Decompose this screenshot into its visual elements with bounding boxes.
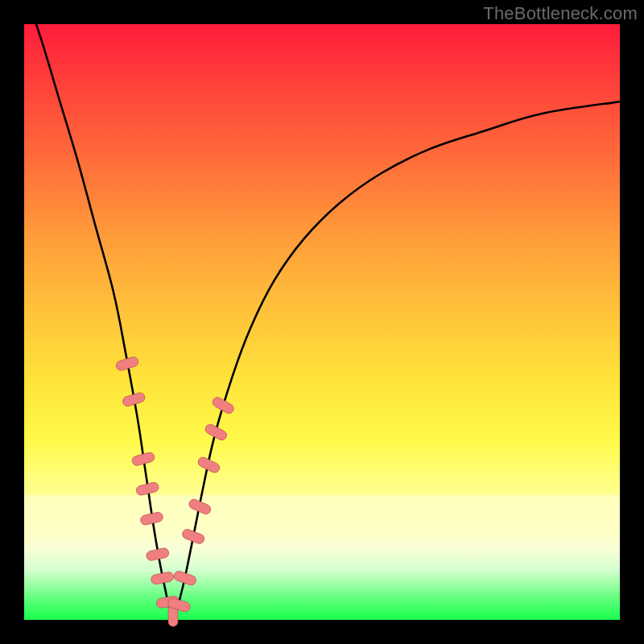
bottleneck-curve (24, 0, 620, 617)
curve-marker (204, 423, 228, 442)
curve-marker (151, 572, 175, 585)
curve-markers (115, 356, 236, 626)
curve-marker (139, 511, 163, 526)
curve-marker (211, 395, 235, 415)
plot-area (24, 24, 620, 620)
outer-frame: TheBottleneck.com (0, 0, 644, 644)
curve-marker (135, 481, 159, 496)
curve-marker (181, 528, 205, 545)
curve-marker (146, 547, 170, 561)
bottleneck-chart (24, 24, 620, 620)
watermark-text: TheBottleneck.com (483, 3, 638, 24)
